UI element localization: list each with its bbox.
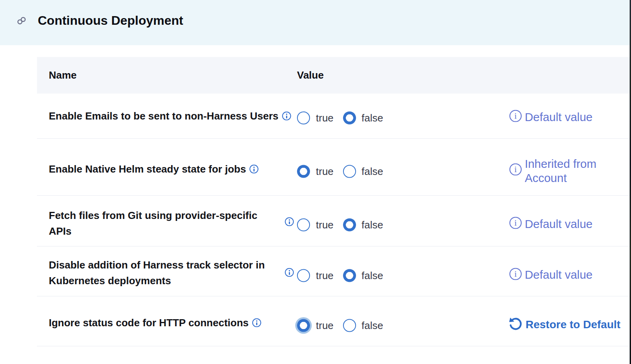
svg-text:i: i [515, 218, 517, 228]
svg-text:i: i [515, 164, 517, 174]
svg-text:i: i [515, 269, 517, 279]
svg-text:i: i [515, 111, 517, 121]
